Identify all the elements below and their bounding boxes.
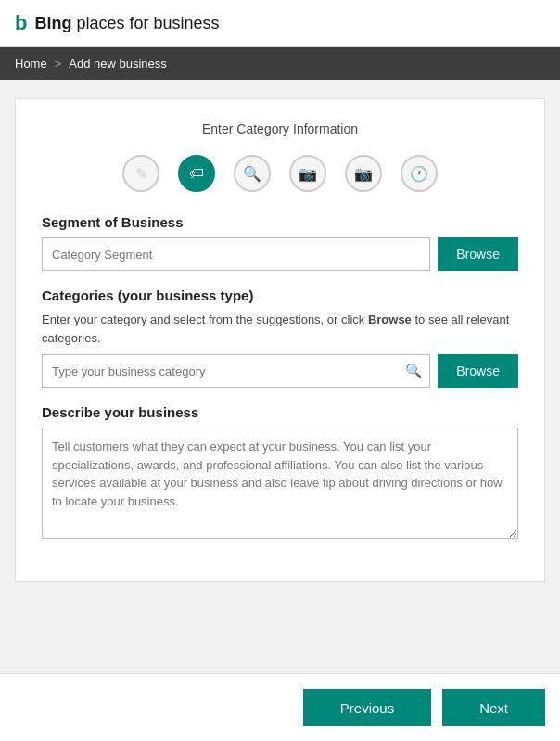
step-3: 🔍 — [234, 155, 271, 192]
bing-logo-icon: b — [15, 11, 27, 35]
breadcrumb-separator: > — [55, 57, 62, 70]
categories-description: Enter your category and select from the … — [42, 311, 518, 347]
progress-steps: ✎ 🏷 🔍 📷 📷 🕐 — [42, 155, 518, 192]
step-5-icon: 📷 — [354, 165, 373, 183]
describe-textarea[interactable] — [42, 428, 518, 539]
form-card: Enter Category Information ✎ 🏷 🔍 📷 📷 🕐 — [15, 98, 545, 582]
segment-label: Segment of Business — [42, 214, 518, 230]
category-search-wrap: 🔍 — [42, 354, 430, 388]
categories-label: Categories (your business type) — [42, 287, 518, 303]
category-input[interactable] — [42, 354, 430, 388]
next-button[interactable]: Next — [442, 689, 545, 726]
search-icon: 🔍 — [405, 363, 423, 379]
step-4-icon: 📷 — [299, 165, 317, 183]
step-3-icon: 🔍 — [243, 165, 261, 183]
step-1-icon: ✎ — [135, 165, 147, 183]
app-header: b Bing places for business — [0, 0, 560, 47]
main-content: Enter Category Information ✎ 🏷 🔍 📷 📷 🕐 — [0, 80, 560, 690]
step-6: 🕐 — [401, 155, 438, 192]
step-2: 🏷 — [178, 155, 215, 192]
category-input-row: 🔍 Browse — [42, 354, 518, 388]
previous-button[interactable]: Previous — [303, 689, 431, 726]
section-title: Enter Category Information — [42, 121, 518, 136]
breadcrumb-current: Add new business — [69, 57, 167, 70]
breadcrumb: Home > Add new business — [0, 47, 560, 80]
segment-input[interactable] — [42, 237, 430, 271]
step-5: 📷 — [345, 155, 382, 192]
step-4: 📷 — [289, 155, 326, 192]
describe-label: Describe your business — [42, 404, 518, 420]
segment-input-row: Browse — [42, 237, 518, 271]
segment-group: Segment of Business Browse — [42, 214, 518, 271]
segment-browse-button[interactable]: Browse — [438, 237, 518, 271]
categories-group: Categories (your business type) Enter yo… — [42, 287, 518, 388]
category-browse-button[interactable]: Browse — [438, 354, 518, 388]
header-title: Bing places for business — [34, 14, 219, 33]
bottom-nav: Previous Next — [0, 673, 560, 741]
step-6-icon: 🕐 — [410, 165, 428, 183]
describe-group: Describe your business — [42, 404, 518, 543]
step-1: ✎ — [122, 155, 159, 192]
breadcrumb-home[interactable]: Home — [15, 57, 47, 70]
step-2-icon: 🏷 — [189, 165, 204, 182]
